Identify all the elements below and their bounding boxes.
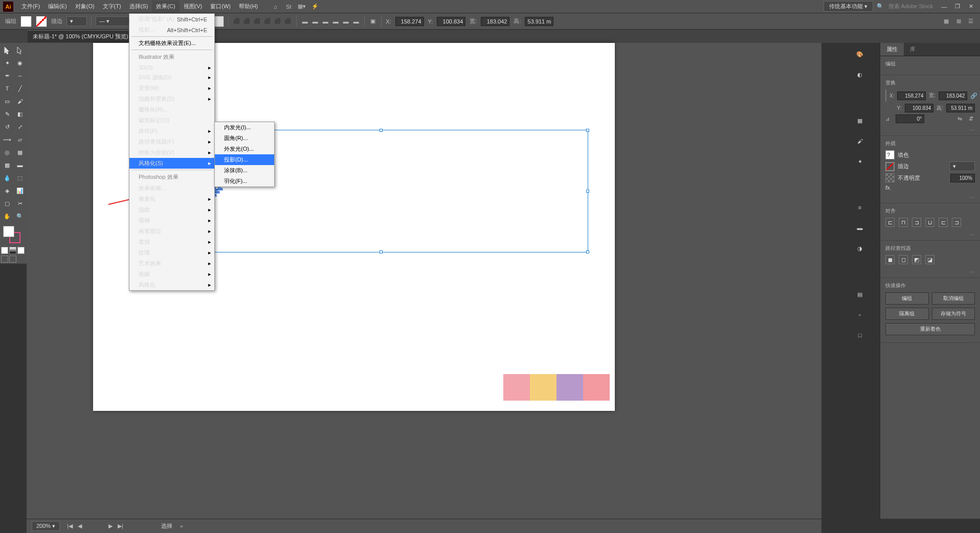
fill-swatch[interactable]	[20, 16, 32, 27]
menu-view[interactable]: 视图(V)	[180, 1, 207, 12]
search-placeholder[interactable]: 搜索 Adobe Stock	[888, 3, 933, 10]
swatch-2[interactable]	[530, 374, 556, 401]
fill-square[interactable]	[3, 226, 14, 237]
align-hc-icon[interactable]: ⬛	[243, 17, 251, 26]
dd-video[interactable]: 视频▸	[129, 269, 214, 280]
mesh-tool[interactable]: ▩	[1, 159, 13, 171]
btn-isolate[interactable]: 隔离组	[885, 308, 929, 320]
sm-drop-shadow[interactable]: 投影(D)...	[215, 154, 274, 165]
menu-select[interactable]: 选择(S)	[125, 1, 152, 12]
dd-pixelate[interactable]: 像素化▸	[129, 194, 214, 204]
sm-feather[interactable]: 羽化(F)...	[215, 176, 274, 187]
stock-icon[interactable]: St	[284, 3, 293, 11]
btn-recolor[interactable]: 重新着色	[885, 323, 975, 335]
blend-tool[interactable]: ⬚	[14, 172, 26, 184]
dist-4-icon[interactable]: ▬	[331, 17, 340, 26]
al-6[interactable]: ⊐	[952, 218, 961, 227]
dist-1-icon[interactable]: ▬	[301, 17, 309, 26]
opacity-input[interactable]	[950, 174, 975, 182]
prefs-icon[interactable]: ⊞	[954, 17, 963, 26]
graph-tool[interactable]: 📊	[14, 184, 26, 197]
none-mode-icon[interactable]	[17, 247, 25, 254]
pf-minus[interactable]: ◻	[899, 255, 908, 264]
pf-intersect[interactable]: ◩	[912, 255, 921, 264]
dd-blur[interactable]: 模糊▸	[129, 215, 214, 226]
fx-label[interactable]: fx.	[885, 184, 892, 191]
width-tool[interactable]: ⟿	[1, 133, 13, 146]
dd-stylize[interactable]: 风格化(S)▸	[129, 158, 214, 169]
libraries-tab[interactable]: 库	[904, 43, 922, 56]
dist-2-icon[interactable]: ▬	[311, 17, 319, 26]
zoom-tool[interactable]: 🔍	[14, 210, 26, 222]
type-tool[interactable]: T	[1, 82, 13, 95]
color-guide-icon[interactable]: ◐	[855, 69, 865, 80]
prop-h[interactable]	[946, 104, 975, 112]
link-wh-icon[interactable]: 🔗	[970, 91, 977, 100]
x-input[interactable]	[395, 17, 424, 26]
workspace-switcher[interactable]: 传统基本功能 ▾	[823, 1, 873, 12]
selection-tool[interactable]	[1, 44, 13, 56]
symbol-spray-tool[interactable]: ◈	[1, 184, 13, 197]
direct-select-tool[interactable]	[14, 44, 26, 56]
dd-doc-raster[interactable]: 文档栅格效果设置(E)...	[129, 38, 214, 49]
btn-symbol[interactable]: 存储为符号	[932, 308, 975, 320]
shape-mode-icon[interactable]: ▣	[369, 17, 377, 26]
scale-tool[interactable]: ⤢	[14, 121, 26, 133]
dd-svg[interactable]: SVG 滤镜(G)▸	[129, 72, 214, 83]
window-min[interactable]: —	[938, 1, 950, 12]
dd-3d[interactable]: 3D(3)▸	[129, 63, 214, 72]
menu-window[interactable]: 窗口(W)	[206, 1, 235, 12]
dd-artistic[interactable]: 艺术效果▸	[129, 258, 214, 269]
dd-crop[interactable]: 裁剪标记(O)	[129, 115, 214, 126]
menu-file[interactable]: 文件(F)	[17, 1, 44, 12]
gradient-panel-icon[interactable]: ▬	[855, 223, 865, 233]
w-input[interactable]	[481, 17, 509, 26]
menu-object[interactable]: 对象(O)	[71, 1, 99, 12]
dd-sketch[interactable]: 素描▸	[129, 237, 214, 247]
dd-warp[interactable]: 变形(W)▸	[129, 83, 214, 94]
fill-stroke-control[interactable]	[1, 225, 26, 245]
artboards-icon[interactable]: □	[855, 330, 865, 340]
h-input[interactable]	[525, 17, 553, 26]
dist-5-icon[interactable]: ▬	[342, 17, 350, 26]
stroke-weight[interactable]: ▾	[66, 16, 87, 26]
pf-unite[interactable]: ◼	[885, 255, 895, 264]
brushes-icon[interactable]: 🖌	[855, 136, 865, 146]
dd-convert-shape[interactable]: 转换为形状(V)▸	[129, 147, 214, 158]
menu-effect[interactable]: 效果(C)	[152, 1, 179, 12]
gradient-mode-icon[interactable]	[9, 247, 16, 254]
shaper-tool[interactable]: ✎	[1, 108, 13, 120]
artboard-tool[interactable]: ▢	[1, 197, 13, 210]
dist-6-icon[interactable]: ▬	[352, 17, 360, 26]
menu-edit[interactable]: 编辑(E)	[44, 1, 71, 12]
draw-mode-icon[interactable]	[1, 256, 8, 263]
hand-tool[interactable]: ✋	[1, 210, 13, 222]
nav-first-icon[interactable]: |◀	[65, 523, 75, 529]
dd-last-effect[interactable]: 投影...Alt+Shift+Ctrl+E	[129, 25, 214, 35]
sm-outer-glow[interactable]: 外发光(O)...	[215, 144, 274, 154]
align-vc-icon[interactable]: ⬛	[274, 17, 282, 26]
asset-export-icon[interactable]: ▫	[855, 310, 865, 320]
perspective-tool[interactable]: ▦	[14, 146, 26, 158]
align-bottom-icon[interactable]: ⬛	[284, 17, 292, 26]
window-restore[interactable]: ❐	[951, 1, 964, 12]
stroke-chip[interactable]	[885, 162, 895, 171]
dd-raster[interactable]: 栅格化(R)...	[129, 104, 214, 115]
magic-wand-tool[interactable]: ✦	[1, 57, 13, 69]
ref-point-icon[interactable]	[885, 89, 886, 102]
color-panel-icon[interactable]: 🎨	[855, 49, 865, 59]
gradient-tool[interactable]: ▬	[14, 159, 26, 171]
dist-3-icon[interactable]: ▬	[321, 17, 329, 26]
properties-tab[interactable]: 属性	[880, 43, 904, 56]
shape-builder-tool[interactable]: ◎	[1, 146, 13, 158]
swatch-1[interactable]	[503, 374, 530, 401]
menu-type[interactable]: 文字(T)	[99, 1, 125, 12]
btn-ungroup[interactable]: 取消编组	[932, 292, 975, 305]
rect-tool[interactable]: ▭	[1, 95, 13, 107]
dd-distort[interactable]: 扭曲和变换(D)▸	[129, 94, 214, 104]
sm-round-corner[interactable]: 圆角(R)...	[215, 133, 274, 144]
prop-angle[interactable]	[896, 114, 924, 123]
btn-group[interactable]: 编组	[885, 292, 929, 305]
dd-stylize2[interactable]: 风格化▸	[129, 280, 214, 290]
dd-gallery[interactable]: 效果画廊...	[129, 183, 214, 194]
